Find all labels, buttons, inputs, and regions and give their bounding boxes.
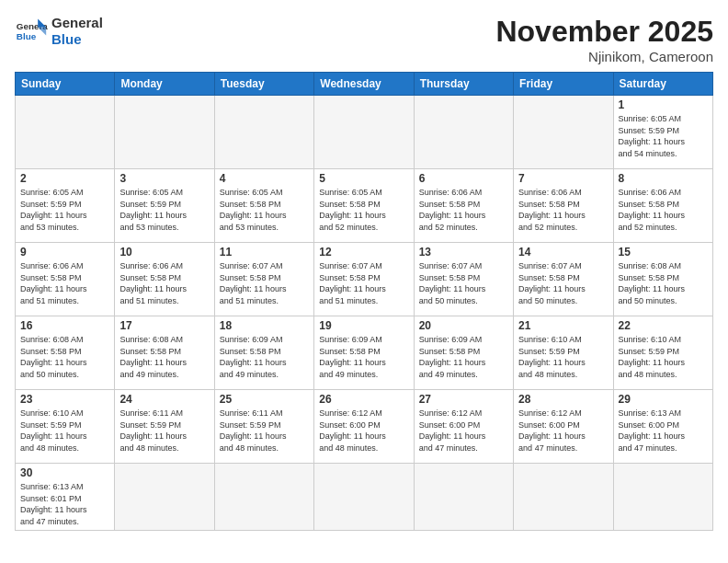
day-info: Sunrise: 6:12 AM Sunset: 6:00 PM Dayligh…	[419, 408, 508, 454]
day-info: Sunrise: 6:05 AM Sunset: 5:59 PM Dayligh…	[20, 187, 109, 233]
day-info: Sunrise: 6:13 AM Sunset: 6:00 PM Dayligh…	[619, 408, 708, 454]
day-info: Sunrise: 6:07 AM Sunset: 5:58 PM Dayligh…	[220, 260, 309, 306]
day-info: Sunrise: 6:08 AM Sunset: 5:58 PM Dayligh…	[20, 334, 109, 380]
day-info: Sunrise: 6:10 AM Sunset: 5:59 PM Dayligh…	[619, 334, 708, 380]
calendar-day-cell: 8Sunrise: 6:06 AM Sunset: 5:58 PM Daylig…	[613, 169, 712, 243]
day-info: Sunrise: 6:09 AM Sunset: 5:58 PM Dayligh…	[319, 334, 408, 380]
calendar-day-cell	[613, 464, 712, 531]
calendar-day-cell: 9Sunrise: 6:06 AM Sunset: 5:58 PM Daylig…	[16, 243, 115, 316]
day-number: 29	[619, 393, 708, 406]
month-title: November 2025	[495, 15, 713, 49]
weekday-header-friday: Friday	[514, 73, 613, 96]
calendar-table: SundayMondayTuesdayWednesdayThursdayFrid…	[15, 72, 713, 531]
weekday-header-row: SundayMondayTuesdayWednesdayThursdayFrid…	[16, 73, 713, 96]
calendar-day-cell: 24Sunrise: 6:11 AM Sunset: 5:59 PM Dayli…	[115, 390, 214, 464]
day-number: 16	[20, 319, 109, 332]
day-info: Sunrise: 6:05 AM Sunset: 5:58 PM Dayligh…	[319, 187, 408, 233]
day-info: Sunrise: 6:10 AM Sunset: 5:59 PM Dayligh…	[518, 334, 608, 380]
calendar-week-row: 1Sunrise: 6:05 AM Sunset: 5:59 PM Daylig…	[16, 96, 713, 169]
calendar-day-cell: 19Sunrise: 6:09 AM Sunset: 5:58 PM Dayli…	[314, 316, 414, 390]
calendar-day-cell	[214, 96, 313, 169]
day-number: 21	[518, 319, 608, 332]
day-number: 4	[220, 172, 309, 185]
day-info: Sunrise: 6:06 AM Sunset: 5:58 PM Dayligh…	[20, 260, 109, 306]
day-number: 6	[419, 172, 508, 185]
day-info: Sunrise: 6:11 AM Sunset: 5:59 PM Dayligh…	[220, 408, 309, 454]
calendar-day-cell: 21Sunrise: 6:10 AM Sunset: 5:59 PM Dayli…	[514, 316, 613, 390]
day-info: Sunrise: 6:09 AM Sunset: 5:58 PM Dayligh…	[419, 334, 508, 380]
day-number: 15	[619, 246, 708, 259]
day-number: 25	[220, 393, 309, 406]
calendar-day-cell	[314, 464, 414, 531]
calendar-day-cell	[514, 96, 613, 169]
location: Njinikom, Cameroon	[495, 49, 713, 64]
title-block: November 2025 Njinikom, Cameroon	[495, 15, 713, 64]
calendar-day-cell	[115, 96, 214, 169]
logo: General Blue General Blue	[15, 15, 103, 48]
day-number: 24	[119, 393, 209, 406]
calendar-day-cell: 14Sunrise: 6:07 AM Sunset: 5:58 PM Dayli…	[514, 243, 613, 316]
day-number: 13	[419, 246, 508, 259]
day-info: Sunrise: 6:05 AM Sunset: 5:58 PM Dayligh…	[220, 187, 309, 233]
calendar-day-cell: 11Sunrise: 6:07 AM Sunset: 5:58 PM Dayli…	[214, 243, 313, 316]
day-number: 30	[20, 466, 109, 479]
calendar-day-cell: 6Sunrise: 6:06 AM Sunset: 5:58 PM Daylig…	[414, 169, 513, 243]
day-info: Sunrise: 6:06 AM Sunset: 5:58 PM Dayligh…	[419, 187, 508, 233]
calendar-week-row: 30Sunrise: 6:13 AM Sunset: 6:01 PM Dayli…	[16, 464, 713, 531]
day-number: 1	[619, 98, 708, 111]
calendar-day-cell: 4Sunrise: 6:05 AM Sunset: 5:58 PM Daylig…	[214, 169, 313, 243]
day-info: Sunrise: 6:12 AM Sunset: 6:00 PM Dayligh…	[518, 408, 608, 454]
calendar-day-cell: 7Sunrise: 6:06 AM Sunset: 5:58 PM Daylig…	[514, 169, 613, 243]
day-info: Sunrise: 6:10 AM Sunset: 5:59 PM Dayligh…	[20, 408, 109, 454]
day-info: Sunrise: 6:08 AM Sunset: 5:58 PM Dayligh…	[119, 334, 209, 380]
day-number: 22	[619, 319, 708, 332]
weekday-header-wednesday: Wednesday	[314, 73, 414, 96]
calendar-day-cell: 10Sunrise: 6:06 AM Sunset: 5:58 PM Dayli…	[115, 243, 214, 316]
calendar-week-row: 9Sunrise: 6:06 AM Sunset: 5:58 PM Daylig…	[16, 243, 713, 316]
calendar-day-cell: 15Sunrise: 6:08 AM Sunset: 5:58 PM Dayli…	[613, 243, 712, 316]
day-info: Sunrise: 6:06 AM Sunset: 5:58 PM Dayligh…	[119, 260, 209, 306]
page-header: General Blue General Blue November 2025 …	[15, 15, 713, 64]
day-number: 17	[119, 319, 209, 332]
calendar-day-cell	[414, 464, 513, 531]
logo-icon: General Blue	[15, 15, 48, 48]
calendar-day-cell: 16Sunrise: 6:08 AM Sunset: 5:58 PM Dayli…	[16, 316, 115, 390]
day-info: Sunrise: 6:05 AM Sunset: 5:59 PM Dayligh…	[619, 113, 708, 159]
day-number: 3	[119, 172, 209, 185]
calendar-day-cell: 13Sunrise: 6:07 AM Sunset: 5:58 PM Dayli…	[414, 243, 513, 316]
day-info: Sunrise: 6:07 AM Sunset: 5:58 PM Dayligh…	[319, 260, 408, 306]
day-number: 11	[220, 246, 309, 259]
day-number: 12	[319, 246, 408, 259]
day-info: Sunrise: 6:06 AM Sunset: 5:58 PM Dayligh…	[619, 187, 708, 233]
calendar-day-cell: 30Sunrise: 6:13 AM Sunset: 6:01 PM Dayli…	[16, 464, 115, 531]
day-info: Sunrise: 6:13 AM Sunset: 6:01 PM Dayligh…	[20, 481, 109, 527]
day-info: Sunrise: 6:06 AM Sunset: 5:58 PM Dayligh…	[518, 187, 608, 233]
day-info: Sunrise: 6:12 AM Sunset: 6:00 PM Dayligh…	[319, 408, 408, 454]
svg-text:Blue: Blue	[17, 31, 37, 41]
calendar-day-cell	[514, 464, 613, 531]
day-number: 2	[20, 172, 109, 185]
calendar-week-row: 2Sunrise: 6:05 AM Sunset: 5:59 PM Daylig…	[16, 169, 713, 243]
logo-blue-text: Blue	[51, 31, 103, 48]
day-info: Sunrise: 6:11 AM Sunset: 5:59 PM Dayligh…	[119, 408, 209, 454]
calendar-day-cell	[314, 96, 414, 169]
day-info: Sunrise: 6:09 AM Sunset: 5:58 PM Dayligh…	[220, 334, 309, 380]
calendar-day-cell: 28Sunrise: 6:12 AM Sunset: 6:00 PM Dayli…	[514, 390, 613, 464]
weekday-header-sunday: Sunday	[16, 73, 115, 96]
day-number: 20	[419, 319, 508, 332]
day-number: 8	[619, 172, 708, 185]
calendar-day-cell: 5Sunrise: 6:05 AM Sunset: 5:58 PM Daylig…	[314, 169, 414, 243]
day-number: 7	[518, 172, 608, 185]
calendar-week-row: 23Sunrise: 6:10 AM Sunset: 5:59 PM Dayli…	[16, 390, 713, 464]
day-info: Sunrise: 6:08 AM Sunset: 5:58 PM Dayligh…	[619, 260, 708, 306]
calendar-day-cell: 20Sunrise: 6:09 AM Sunset: 5:58 PM Dayli…	[414, 316, 513, 390]
calendar-day-cell: 25Sunrise: 6:11 AM Sunset: 5:59 PM Dayli…	[214, 390, 313, 464]
calendar-day-cell	[115, 464, 214, 531]
weekday-header-tuesday: Tuesday	[214, 73, 313, 96]
calendar-day-cell	[214, 464, 313, 531]
calendar-day-cell: 17Sunrise: 6:08 AM Sunset: 5:58 PM Dayli…	[115, 316, 214, 390]
calendar-day-cell: 23Sunrise: 6:10 AM Sunset: 5:59 PM Dayli…	[16, 390, 115, 464]
calendar-day-cell: 1Sunrise: 6:05 AM Sunset: 5:59 PM Daylig…	[613, 96, 712, 169]
calendar-day-cell	[414, 96, 513, 169]
calendar-day-cell: 18Sunrise: 6:09 AM Sunset: 5:58 PM Dayli…	[214, 316, 313, 390]
